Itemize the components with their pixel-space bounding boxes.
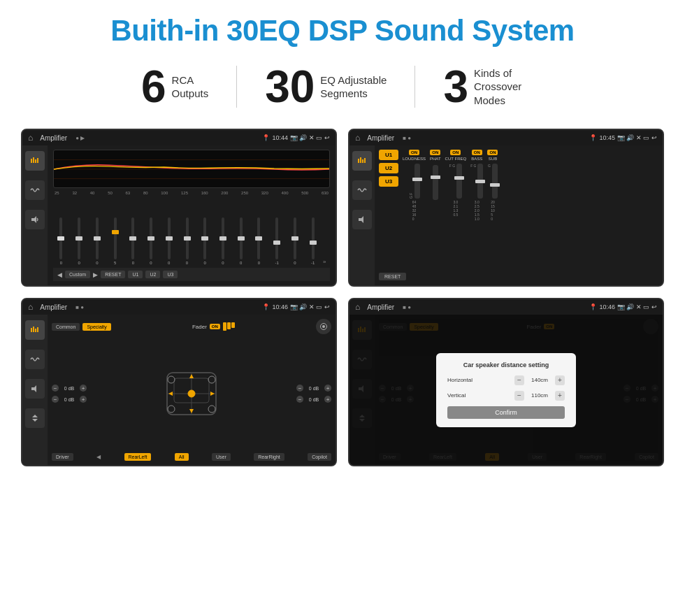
eq-slider-6[interactable]: 0: [161, 217, 177, 265]
db-minus-tl[interactable]: −: [52, 385, 59, 392]
crossover-sidebar-wave[interactable]: [352, 180, 372, 200]
btn-rearright[interactable]: RearRight: [254, 453, 284, 461]
eq-slider-9[interactable]: 0: [215, 217, 231, 265]
eq-u3-btn[interactable]: U3: [163, 271, 178, 278]
crossover-presets: U1 U2 U3: [379, 150, 398, 266]
fader-sidebar-eq[interactable]: [25, 320, 45, 340]
bass-slider[interactable]: [477, 164, 483, 199]
phat-on[interactable]: ON: [430, 150, 440, 155]
db-plus-tl[interactable]: +: [80, 385, 87, 392]
eq-sidebar-speaker[interactable]: [25, 210, 45, 229]
fader-main: Common Specialty Fader ON: [48, 315, 336, 465]
eq-screen-panel: ⌂ Amplifier ● ▶ 📍 10:44 📷 🔊 ✕ ▭ ↩: [21, 129, 337, 287]
db-plus-bl[interactable]: +: [80, 396, 87, 403]
db-plus-tr[interactable]: +: [324, 385, 331, 392]
eq-u1-btn[interactable]: U1: [128, 271, 143, 278]
eq-next-arrow[interactable]: ▶: [93, 271, 98, 278]
crossover-sidebar-speaker[interactable]: [352, 210, 372, 229]
ctrl-loudness: ON LOUDNESS G F 644832160: [403, 150, 426, 266]
cutfreq-scale: 3.02.11.30.5: [453, 200, 458, 217]
dialog-rec-dots: ■ ●: [403, 304, 411, 310]
crossover-screen-content: U1 U2 U3 ON LOUDNESS G F: [349, 145, 663, 285]
fader-sidebar-wave[interactable]: [25, 350, 45, 369]
eq-reset-btn[interactable]: RESET: [101, 271, 125, 278]
confirm-button[interactable]: Confirm: [447, 406, 565, 419]
eq-slider-2[interactable]: 0: [89, 217, 105, 265]
eq-slider-12[interactable]: -1: [269, 217, 285, 265]
home-icon-2: ⌂: [355, 133, 360, 143]
eq-slider-1[interactable]: 0: [71, 217, 87, 265]
eq-sidebar-wave[interactable]: [25, 180, 45, 200]
btn-user[interactable]: User: [212, 453, 231, 461]
expand-arrows[interactable]: »: [323, 259, 330, 265]
stats-row: 6 RCA Outputs 30 EQ Adjustable Segments …: [21, 64, 664, 109]
svg-rect-16: [37, 327, 38, 332]
db-minus-tr[interactable]: −: [296, 385, 303, 392]
crossover-reset-btn[interactable]: RESET: [379, 273, 406, 280]
vertical-plus[interactable]: +: [555, 391, 565, 401]
fader-label: Fader: [192, 324, 207, 330]
eq-slider-11[interactable]: 0: [251, 217, 267, 265]
fader-on-badge[interactable]: ON: [210, 324, 220, 329]
db-minus-br[interactable]: −: [296, 396, 303, 403]
crossover-controls: ON LOUDNESS G F 644832160 ON: [403, 150, 658, 266]
eq-sidebar-equalizer[interactable]: [25, 151, 45, 171]
tab-specialty[interactable]: Specialty: [82, 323, 110, 331]
tab-common[interactable]: Common: [52, 323, 80, 331]
crossover-u1[interactable]: U1: [379, 150, 398, 160]
vertical-minus[interactable]: −: [514, 391, 524, 401]
bass-on[interactable]: ON: [472, 150, 482, 155]
stat-number-eq: 30: [265, 64, 315, 109]
svg-point-33: [168, 406, 175, 413]
horizontal-control: − 140cm +: [514, 375, 565, 385]
eq-slider-7[interactable]: 0: [179, 217, 195, 265]
crossover-sidebar-eq[interactable]: [352, 151, 372, 171]
eq-slider-4[interactable]: 0: [125, 217, 141, 265]
eq-preset-custom[interactable]: Custom: [65, 271, 90, 278]
crossover-u2[interactable]: U2: [379, 163, 398, 173]
crossover-main: U1 U2 U3 ON LOUDNESS G F: [375, 145, 663, 285]
db-minus-bl[interactable]: −: [52, 396, 59, 403]
cutfreq-slider[interactable]: [456, 164, 462, 199]
btn-copilot[interactable]: Copilot: [308, 453, 331, 461]
stat-text-crossover: Kinds of Crossover Modes: [474, 66, 544, 108]
eq-u2-btn[interactable]: U2: [145, 271, 160, 278]
fader-settings-icon[interactable]: [316, 319, 331, 334]
horizontal-minus[interactable]: −: [514, 375, 524, 385]
fader-sidebar: [22, 315, 48, 465]
eq-slider-3[interactable]: 5: [107, 217, 123, 265]
loudness-on[interactable]: ON: [409, 150, 419, 155]
eq-slider-0[interactable]: 0: [53, 217, 69, 265]
screenshots-grid: ⌂ Amplifier ● ▶ 📍 10:44 📷 🔊 ✕ ▭ ↩: [21, 129, 664, 466]
btn-driver[interactable]: Driver: [52, 453, 73, 461]
cutfreq-on[interactable]: ON: [450, 150, 461, 155]
horizontal-label: Horizontal: [447, 377, 473, 383]
eq-slider-8[interactable]: 0: [197, 217, 213, 265]
svg-point-32: [208, 376, 215, 383]
eq-graph: [53, 150, 330, 188]
eq-rec-dots: ● ▶: [75, 135, 85, 141]
crossover-u3[interactable]: U3: [379, 176, 398, 187]
eq-slider-14[interactable]: -1: [305, 217, 321, 265]
eq-slider-5[interactable]: 0: [143, 217, 159, 265]
horizontal-plus[interactable]: +: [555, 375, 565, 385]
svg-marker-17: [31, 385, 36, 392]
main-title: Buith-in 30EQ DSP Sound System: [21, 14, 664, 48]
fader-right-controls: − 0 dB + − 0 dB +: [296, 337, 331, 450]
loudness-slider[interactable]: [414, 164, 420, 199]
eq-prev-arrow[interactable]: ◀: [57, 271, 62, 278]
eq-slider-13[interactable]: 0: [287, 217, 303, 265]
dialog-title: Car speaker distance setting: [447, 361, 565, 368]
fader-sidebar-speaker[interactable]: [25, 379, 45, 399]
phat-slider[interactable]: [433, 165, 438, 200]
svg-rect-11: [364, 158, 366, 163]
sub-slider[interactable]: [492, 164, 498, 199]
fader-sidebar-arrows[interactable]: [25, 408, 45, 428]
dialog-overlay: Car speaker distance setting Horizontal …: [349, 315, 663, 465]
eq-slider-10[interactable]: 0: [233, 217, 249, 265]
db-plus-br[interactable]: +: [324, 396, 331, 403]
db-control-bl: − 0 dB +: [52, 396, 87, 403]
btn-all[interactable]: All: [175, 453, 189, 461]
sub-on[interactable]: ON: [487, 150, 498, 155]
btn-rearleft[interactable]: RearLeft: [124, 453, 152, 461]
